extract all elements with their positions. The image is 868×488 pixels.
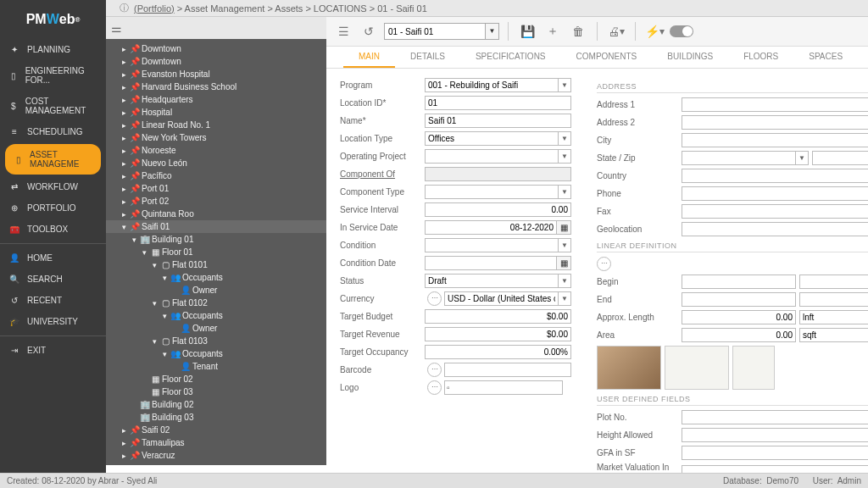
nav-toolbox[interactable]: 🧰TOOLBOX [0, 219, 106, 240]
area-unit[interactable] [799, 328, 868, 342]
tree-row[interactable]: ▾👥Occupants [106, 271, 326, 284]
height-input[interactable] [682, 428, 868, 442]
calendar-icon[interactable]: ▦ [557, 256, 571, 270]
twisty-icon[interactable]: ▾ [160, 312, 169, 320]
options-icon[interactable]: ⋯ [427, 363, 442, 377]
calendar-icon[interactable]: ▦ [557, 220, 571, 235]
conddate-input[interactable] [425, 256, 557, 270]
chevron-down-icon[interactable]: ▼ [559, 78, 571, 92]
tree-row[interactable]: ▸📌Downtown [106, 55, 326, 68]
tab-specs[interactable]: SPECIFICATIONS [460, 47, 561, 68]
twisty-icon[interactable]: ▸ [120, 121, 128, 130]
twisty-icon[interactable]: ▸ [120, 172, 128, 180]
record-input[interactable] [384, 23, 486, 40]
end-input[interactable] [682, 292, 796, 307]
nav-exit[interactable]: ⇥EXIT [0, 340, 106, 361]
toggle-switch[interactable] [670, 25, 693, 37]
alen-input[interactable] [682, 310, 796, 324]
nav-asset[interactable]: ▯ASSET MANAGEME [5, 144, 101, 175]
twisty-icon[interactable]: ▸ [120, 45, 128, 53]
tree-row[interactable]: ▸📌Harvard Business School [106, 80, 326, 93]
tree-row[interactable]: ▸📌Downtown [106, 42, 326, 55]
tree-row[interactable]: ▦Floor 03 [106, 385, 326, 398]
alen-unit[interactable] [799, 310, 868, 324]
cond-input[interactable] [425, 238, 559, 252]
twisty-icon[interactable]: ▾ [150, 261, 159, 269]
nav-search[interactable]: 🔍SEARCH [0, 269, 106, 290]
svcint-input[interactable] [425, 202, 571, 217]
city-input[interactable] [682, 133, 868, 147]
thumbnail[interactable] [732, 346, 775, 390]
tree-row[interactable]: ▸📌Saifi 02 [106, 424, 326, 436]
geo-input[interactable] [682, 222, 868, 236]
save-button[interactable]: 💾 [517, 21, 537, 42]
plot-input[interactable] [682, 410, 868, 424]
tree-row[interactable]: ▸📌Port 01 [106, 182, 326, 195]
twisty-icon[interactable]: ▾ [140, 248, 148, 257]
opproj-input[interactable] [425, 149, 559, 164]
country-input[interactable] [682, 169, 868, 183]
zip-input[interactable] [812, 151, 868, 165]
tree-row[interactable]: ▾▢Flat 0103 [106, 335, 326, 347]
chevron-down-icon[interactable]: ▼ [559, 185, 571, 199]
tree-row[interactable]: ▦Floor 02 [106, 373, 326, 385]
locid-input[interactable] [425, 96, 571, 110]
twisty-icon[interactable]: ▸ [120, 134, 128, 142]
phone-input[interactable] [682, 186, 868, 201]
thumbnail[interactable] [665, 346, 729, 390]
tab-spaces[interactable]: SPACES [793, 47, 858, 68]
nav-workflow[interactable]: ⇄WORKFLOW [0, 176, 106, 197]
twisty-icon[interactable]: ▸ [120, 426, 128, 435]
name-input[interactable] [425, 114, 571, 128]
nav-portfolio[interactable]: ⊕PORTFOLIO [0, 197, 106, 219]
twisty-icon[interactable]: ▾ [120, 223, 128, 231]
tree-panel[interactable]: ▸📌Downtown▸📌Downtown▸📌Evanston Hospital▸… [106, 39, 326, 465]
tree-row[interactable]: ▸📌Nuevo León [106, 157, 326, 169]
tree-row[interactable]: 🏢Building 02 [106, 398, 326, 411]
tree-row[interactable]: ▸📌Noroeste [106, 144, 326, 157]
twisty-icon[interactable]: ▾ [160, 350, 169, 358]
tab-buildings[interactable]: BUILDINGS [652, 47, 728, 68]
area-input[interactable] [682, 328, 796, 342]
list-icon[interactable]: ☰ [333, 21, 353, 42]
gfa-input[interactable] [682, 446, 868, 460]
tree-row[interactable]: ▸📌Veracruz [106, 449, 326, 462]
end-dir-input[interactable] [799, 292, 868, 307]
curr-input[interactable] [444, 291, 559, 306]
tree-row[interactable]: ▾▢Flat 0102 [106, 297, 326, 309]
program-input[interactable] [425, 78, 559, 92]
info-icon[interactable]: ⓘ [120, 2, 129, 14]
tocc-input[interactable] [425, 345, 571, 359]
twisty-icon[interactable]: ▸ [120, 108, 128, 117]
twisty-icon[interactable]: ▾ [150, 337, 159, 346]
twisty-icon[interactable]: ▸ [120, 70, 128, 79]
tree-row[interactable]: ▸📌Hospital [106, 106, 326, 119]
twisty-icon[interactable]: ▾ [150, 299, 159, 308]
tree-row[interactable]: ▾📌Saifi 01 [106, 220, 326, 233]
tree-row[interactable]: ▸📌Tamaulipas [106, 436, 326, 449]
begin-input[interactable] [682, 274, 796, 289]
trev-input[interactable] [425, 327, 571, 341]
addr1-input[interactable] [682, 97, 868, 112]
tbudget-input[interactable] [425, 309, 571, 324]
bolt-button[interactable]: ⚡▾ [644, 21, 665, 42]
history-icon[interactable]: ↺ [359, 21, 379, 42]
addr2-input[interactable] [682, 115, 868, 130]
loctype-input[interactable] [425, 131, 559, 146]
chevron-down-icon[interactable]: ▼ [486, 23, 499, 40]
tree-row[interactable]: ▸📌Evanston Hospital [106, 68, 326, 80]
twisty-icon[interactable]: ▸ [120, 159, 128, 168]
tab-main[interactable]: MAIN [343, 47, 395, 68]
tree-row[interactable]: ▾▢Flat 0101 [106, 258, 326, 271]
filter-icon[interactable]: ⚌ [111, 21, 122, 35]
tree-row[interactable]: 👤Owner [106, 284, 326, 297]
tree-row[interactable]: ▾▦Floor 01 [106, 246, 326, 258]
tree-row[interactable]: ▸📌Port 02 [106, 195, 326, 208]
record-select[interactable]: ▼ [384, 23, 499, 40]
begin-dir-input[interactable] [799, 274, 868, 289]
tab-floors[interactable]: FLOORS [728, 47, 793, 68]
barcode-input[interactable] [444, 363, 571, 377]
tree-row[interactable]: ▸📌Quintana Roo [106, 208, 326, 220]
chevron-down-icon[interactable]: ▼ [559, 149, 571, 164]
mvus-input[interactable] [682, 465, 868, 474]
